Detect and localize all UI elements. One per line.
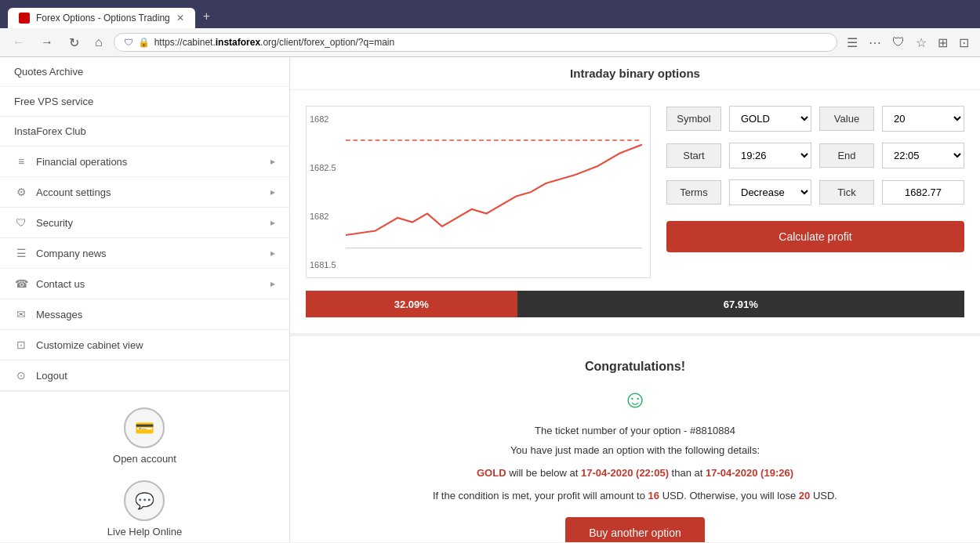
item-left: ☎ Contact us	[14, 277, 85, 290]
start-end-row: Start 19:26 End 22:05	[666, 143, 964, 168]
loss-text: Otherwise, you will lose	[689, 490, 796, 501]
url-text: https://cabinet.instaforex.org/client/fo…	[154, 37, 827, 48]
quotes-archive-label: Quotes Archive	[14, 66, 83, 78]
symbol-select[interactable]: GOLD EURUSD GBPUSD	[729, 106, 811, 132]
option-action: will be below at	[509, 467, 581, 479]
sidebar-item-free-vps[interactable]: Free VPS service	[0, 87, 289, 117]
item-left: 🛡 Security	[14, 216, 73, 229]
progress-red-segment: 32.09%	[306, 291, 517, 317]
loss-amount: 20	[799, 490, 810, 501]
sidebar-item-customize[interactable]: ⊡ Customize cabinet view	[0, 330, 289, 360]
ticket-line: The ticket number of your option - #8810…	[306, 425, 964, 436]
more-icon[interactable]: ⋯	[866, 34, 884, 52]
app-layout: Quotes Archive Free VPS service InstaFor…	[0, 57, 980, 542]
sidebar-item-account-settings[interactable]: ⚙ Account settings ▸	[0, 177, 289, 208]
tab-close-button[interactable]: ✕	[176, 13, 184, 24]
browser-toolbar: ← → ↻ ⌂ 🛡 🔒 https://cabinet.instaforex.o…	[0, 28, 980, 57]
page-title: Intraday binary options	[290, 57, 980, 90]
y-label-4: 1681.5	[310, 260, 336, 270]
value-select[interactable]: 20 10 50 100	[882, 106, 964, 132]
fullscreen-icon[interactable]: ⊡	[956, 34, 972, 52]
live-help-button[interactable]: 💬	[124, 480, 165, 521]
chart-area: 1682 1682.5 1682 1681.5	[306, 106, 651, 278]
toolbar-actions: ☰ ⋯ 🛡 ☆ ⊞ ⊡	[844, 34, 972, 52]
sidebar-item-financial-ops[interactable]: ≡ Financial operations ▸	[0, 147, 289, 177]
back-button[interactable]: ←	[8, 34, 30, 51]
end-select[interactable]: 22:05	[882, 143, 964, 168]
sidebar-footer: 💳 Open account 💬 Live Help Online	[0, 391, 289, 542]
url-host: instaforex	[216, 37, 260, 48]
end-label: End	[819, 143, 874, 168]
contact-us-label: Contact us	[36, 278, 85, 290]
option-start-date: 17-04-2020 (19:26)	[706, 467, 793, 479]
shield-icon: 🛡	[124, 37, 133, 48]
sidebar-item-quotes-archive[interactable]: Quotes Archive	[0, 57, 289, 87]
messages-label: Messages	[36, 309, 82, 320]
symbol-value-row: Symbol GOLD EURUSD GBPUSD Value 20 10 50…	[666, 106, 964, 132]
company-news-label: Company news	[36, 248, 107, 259]
sidebar-item-messages[interactable]: ✉ Messages	[0, 299, 289, 330]
y-label-1: 1682	[310, 114, 336, 124]
customize-icon: ⊡	[14, 338, 28, 351]
sidebar-item-instaforex-club[interactable]: InstaForex Club	[0, 117, 289, 147]
congrats-section: Congratulations! ☺ The ticket number of …	[290, 336, 980, 542]
logout-icon: ⊙	[14, 369, 28, 382]
security-icon: 🛡	[14, 216, 28, 229]
forward-button[interactable]: →	[36, 34, 58, 51]
open-account-button[interactable]: 💳	[124, 407, 165, 448]
start-select[interactable]: 19:26	[729, 143, 811, 168]
financial-ops-arrow: ▸	[270, 156, 275, 167]
open-account-item: 💳 Open account	[113, 407, 176, 465]
address-bar[interactable]: 🛡 🔒 https://cabinet.instaforex.org/clien…	[114, 33, 837, 52]
active-tab[interactable]: Forex Options - Options Trading ✕	[8, 8, 195, 28]
reload-button[interactable]: ↻	[64, 34, 84, 52]
tick-value: 1682.77	[882, 180, 964, 205]
buy-another-option-button[interactable]: Buy another option	[565, 517, 705, 542]
company-news-icon: ☰	[14, 247, 28, 259]
progress-dark-label: 67.91%	[724, 299, 758, 310]
sidebar-item-contact-us[interactable]: ☎ Contact us ▸	[0, 269, 289, 299]
company-news-arrow: ▸	[270, 248, 275, 259]
logout-label: Logout	[36, 370, 67, 382]
bookmark-icon[interactable]: ☆	[913, 34, 930, 52]
new-tab-button[interactable]: +	[195, 5, 218, 28]
sidebar-item-logout[interactable]: ⊙ Logout	[0, 360, 289, 391]
tab-title: Forex Options - Options Trading	[36, 13, 170, 24]
library-icon[interactable]: ⊞	[935, 34, 951, 52]
progress-red-label: 32.09%	[394, 299, 429, 310]
start-label: Start	[666, 143, 721, 168]
chat-icon: 💬	[135, 491, 154, 510]
security-arrow: ▸	[270, 217, 275, 228]
progress-bar: 32.09% 67.91%	[306, 291, 964, 317]
main-content: Intraday binary options 1682 1682.5 1682…	[290, 57, 980, 542]
item-left: ⊙ Logout	[14, 369, 67, 382]
sidebar-item-security[interactable]: 🛡 Security ▸	[0, 208, 289, 238]
home-button[interactable]: ⌂	[90, 34, 107, 51]
contact-us-icon: ☎	[14, 277, 28, 290]
progress-dark-segment: 67.91%	[517, 291, 964, 317]
live-help-item: 💬 Live Help Online	[107, 480, 182, 538]
financial-ops-icon: ≡	[14, 155, 28, 168]
profit-amount: 16	[648, 490, 659, 501]
calculate-profit-button[interactable]: Calculate profit	[666, 221, 964, 252]
account-settings-icon: ⚙	[14, 186, 28, 198]
controls-area: Symbol GOLD EURUSD GBPUSD Value 20 10 50…	[666, 106, 964, 278]
pocket-icon[interactable]: 🛡	[889, 34, 908, 51]
lock-icon: 🔒	[138, 37, 150, 48]
live-help-label: Live Help Online	[107, 526, 182, 538]
chart-y-labels: 1682 1682.5 1682 1681.5	[310, 107, 336, 277]
terms-select[interactable]: Decrease Increase	[729, 179, 811, 205]
congrats-title: Congratulations!	[306, 360, 964, 374]
instaforex-club-label: InstaForex Club	[14, 125, 86, 137]
option-end-date: 17-04-2020 (22:05)	[581, 467, 669, 479]
sidebar-item-company-news[interactable]: ☰ Company news ▸	[0, 238, 289, 269]
option-detail-line: GOLD will be below at 17-04-2020 (22:05)…	[306, 467, 964, 479]
security-label: Security	[36, 217, 73, 229]
page-title-text: Intraday binary options	[570, 67, 700, 80]
made-option-line: You have just made an option with the fo…	[306, 444, 964, 456]
reader-icon[interactable]: ☰	[844, 34, 861, 52]
chart-svg	[346, 114, 642, 270]
customize-label: Customize cabinet view	[36, 339, 143, 351]
profit-unit1: USD.	[662, 490, 687, 501]
item-left: ✉ Messages	[14, 308, 82, 320]
